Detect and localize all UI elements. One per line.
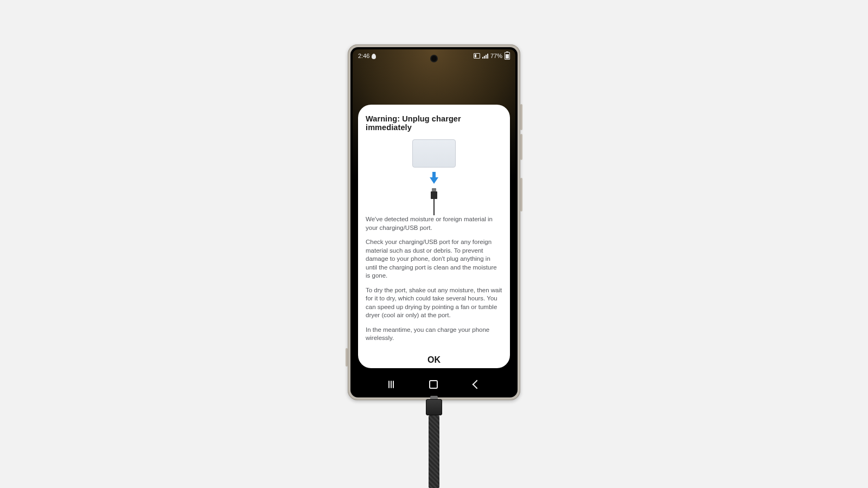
nav-back-button[interactable] xyxy=(472,380,481,389)
phone-frame: 2:46 77% Warning: Unplug charger immedia… xyxy=(348,44,520,400)
dialog-paragraph: We've detected moisture or foreign mater… xyxy=(366,215,502,232)
dialog-paragraph: In the meantime, you can charge your pho… xyxy=(366,326,502,343)
status-bar: 2:46 77% xyxy=(353,49,515,62)
charger-cable xyxy=(429,415,439,488)
signal-icon xyxy=(482,54,488,59)
dialog-body: We've detected moisture or foreign mater… xyxy=(366,215,502,349)
warning-dialog: Warning: Unplug charger immediately We'v… xyxy=(358,105,510,368)
ok-button[interactable]: OK xyxy=(366,349,502,370)
arrow-down-icon xyxy=(429,172,439,184)
network-icon xyxy=(474,53,480,59)
dialog-title: Warning: Unplug charger immediately xyxy=(366,114,502,132)
volume-up-button[interactable] xyxy=(520,104,522,130)
dialog-paragraph: To dry the port, shake out any moisture,… xyxy=(366,286,502,320)
dialog-paragraph: Check your charging/USB port for any for… xyxy=(366,238,502,280)
unplug-illustration xyxy=(366,139,502,215)
usb-cable-graphic xyxy=(431,188,437,215)
power-button[interactable] xyxy=(520,178,522,211)
phone-screen: 2:46 77% Warning: Unplug charger immedia… xyxy=(353,49,515,395)
battery-icon xyxy=(505,52,510,60)
navigation-bar xyxy=(353,374,515,395)
status-battery-percent: 77% xyxy=(490,53,502,59)
charger-plug xyxy=(426,399,442,415)
side-key[interactable] xyxy=(346,348,348,367)
nav-recents-button[interactable] xyxy=(388,381,394,388)
moisture-icon xyxy=(372,54,376,59)
nav-home-button[interactable] xyxy=(429,380,438,389)
volume-down-button[interactable] xyxy=(520,134,522,160)
status-time: 2:46 xyxy=(358,53,369,59)
phone-port-graphic xyxy=(412,139,456,168)
